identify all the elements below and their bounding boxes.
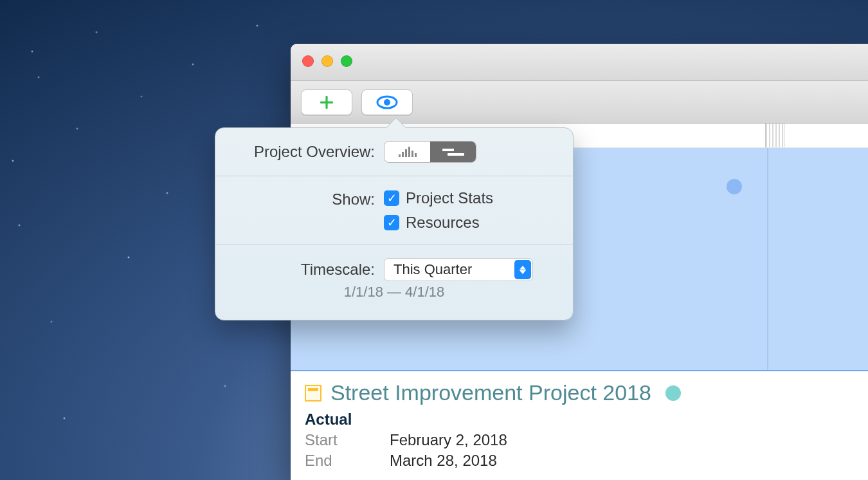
timescale-value: This Quarter bbox=[393, 261, 472, 278]
project-icon bbox=[305, 385, 321, 402]
status-dot-icon bbox=[665, 385, 681, 401]
show-project-stats-checkbox[interactable]: ✓ Project Stats bbox=[384, 189, 493, 207]
project-info: Street Improvement Project 2018 Actual S… bbox=[291, 371, 868, 479]
end-value: March 28, 2018 bbox=[390, 452, 497, 470]
toolbar bbox=[291, 81, 868, 124]
app-window: Project Overview: Show: ✓ P bbox=[291, 44, 868, 480]
project-title[interactable]: Street Improvement Project 2018 bbox=[330, 380, 651, 405]
view-options-popover: Project Overview: Show: ✓ P bbox=[215, 127, 574, 320]
overview-label: Project Overview: bbox=[231, 143, 375, 161]
start-label: Start bbox=[305, 431, 343, 449]
add-button[interactable] bbox=[301, 89, 352, 115]
milestone-dot-icon bbox=[727, 179, 742, 194]
close-window-button[interactable] bbox=[302, 55, 314, 67]
end-label: End bbox=[305, 452, 343, 470]
bar-chart-icon bbox=[399, 147, 417, 157]
today-marker bbox=[767, 148, 768, 370]
timescale-select[interactable]: This Quarter bbox=[384, 258, 533, 281]
start-value: February 2, 2018 bbox=[390, 431, 507, 449]
show-label: Show: bbox=[231, 189, 375, 208]
overview-mode-chart[interactable] bbox=[384, 142, 430, 162]
show-row: Show: ✓ Project Stats ✓ Resources bbox=[215, 176, 573, 245]
timescale-label: Timescale: bbox=[231, 261, 375, 279]
checkbox-label: Project Stats bbox=[406, 189, 493, 207]
section-heading: Actual bbox=[305, 411, 854, 429]
checkmark-icon: ✓ bbox=[384, 215, 399, 230]
stepper-icon bbox=[514, 260, 531, 279]
overview-mode-gantt[interactable] bbox=[430, 142, 476, 162]
gantt-icon bbox=[442, 149, 464, 156]
checkmark-icon: ✓ bbox=[384, 190, 399, 206]
window-controls bbox=[302, 55, 352, 67]
overview-segmented-control[interactable] bbox=[384, 141, 476, 163]
view-button[interactable] bbox=[361, 89, 413, 115]
timescale-row: Timescale: This Quarter 1/1/18 — 4/1/18 bbox=[215, 245, 573, 320]
zoom-window-button[interactable] bbox=[341, 55, 352, 67]
titlebar bbox=[291, 44, 868, 81]
column-resize-handle[interactable] bbox=[765, 124, 784, 147]
timescale-range: 1/1/18 — 4/1/18 bbox=[231, 284, 557, 315]
checkbox-label: Resources bbox=[406, 214, 480, 232]
show-resources-checkbox[interactable]: ✓ Resources bbox=[384, 214, 493, 232]
minimize-window-button[interactable] bbox=[321, 55, 333, 67]
svg-point-1 bbox=[384, 99, 390, 106]
